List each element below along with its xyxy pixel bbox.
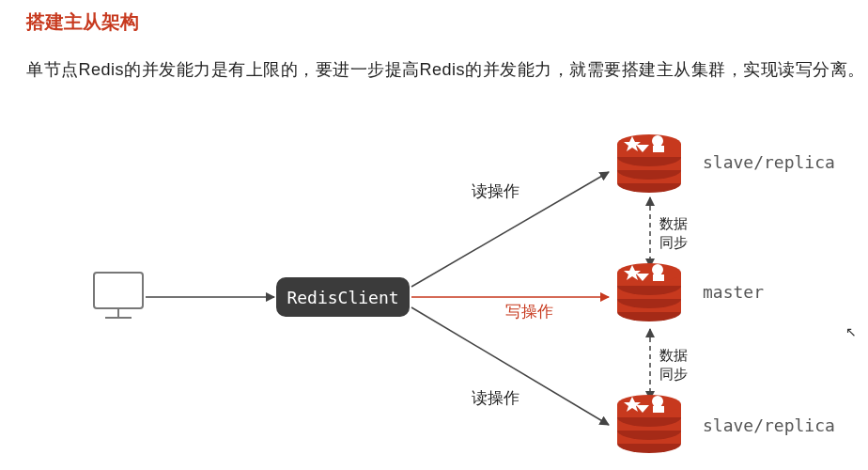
architecture-diagram <box>0 0 868 470</box>
svg-rect-29 <box>653 406 664 413</box>
label-write: 写操作 <box>505 301 553 322</box>
cursor-icon: ↖ <box>845 324 857 339</box>
label-read-bottom: 读操作 <box>472 387 519 409</box>
node-label-slave-bottom: slave/replica <box>703 415 835 435</box>
redis-node-slave-bottom <box>617 395 681 453</box>
redis-node-slave-top <box>617 134 681 193</box>
svg-point-19 <box>652 264 663 275</box>
label-read-top: 读操作 <box>472 180 519 202</box>
svg-point-28 <box>652 396 663 407</box>
svg-rect-11 <box>653 146 664 152</box>
node-label-slave-top: slave/replica <box>703 152 835 172</box>
redis-client-box: RedisClient <box>276 277 410 317</box>
redis-client-label: RedisClient <box>287 288 398 307</box>
node-label-master: master <box>703 282 764 302</box>
label-sync-top: 数据 同步 <box>659 214 688 251</box>
svg-rect-0 <box>94 273 143 308</box>
svg-rect-20 <box>653 274 664 281</box>
redis-node-master <box>617 263 681 321</box>
svg-point-10 <box>652 135 663 147</box>
label-sync-bottom: 数据 同步 <box>659 346 688 383</box>
monitor-icon <box>94 273 143 318</box>
